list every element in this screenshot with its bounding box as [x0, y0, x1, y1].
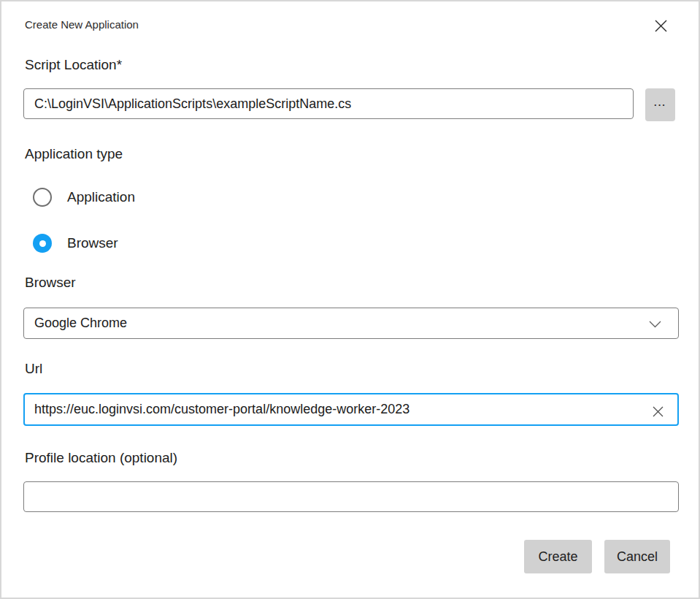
radio-dot [39, 240, 46, 247]
create-new-application-dialog: Create New Application Script Location* … [0, 0, 700, 599]
cancel-button[interactable]: Cancel [604, 540, 670, 573]
browser-label: Browser [25, 275, 76, 291]
clear-icon [653, 406, 664, 417]
profile-location-label: Profile location (optional) [25, 450, 177, 466]
clear-url-button[interactable] [647, 400, 669, 422]
browse-button[interactable]: ... [645, 88, 675, 121]
script-location-input[interactable] [23, 88, 634, 119]
dialog-title: Create New Application [25, 18, 139, 31]
radio-application-label: Application [67, 189, 135, 205]
close-icon [655, 20, 667, 32]
application-type-label: Application type [25, 146, 123, 162]
radio-unselected-icon [33, 188, 52, 207]
script-location-label: Script Location* [25, 57, 122, 73]
url-input[interactable] [23, 393, 679, 426]
browser-select-value: Google Chrome [34, 316, 127, 331]
browser-select[interactable]: Google Chrome [23, 308, 679, 339]
radio-browser-label: Browser [67, 235, 118, 251]
url-label: Url [25, 361, 42, 377]
radio-browser[interactable]: Browser [33, 234, 118, 253]
radio-application[interactable]: Application [33, 188, 135, 207]
close-button[interactable] [647, 12, 674, 39]
radio-selected-icon [33, 234, 52, 253]
chevron-down-icon [649, 321, 661, 328]
profile-location-input[interactable] [23, 481, 679, 512]
create-button[interactable]: Create [524, 540, 592, 573]
